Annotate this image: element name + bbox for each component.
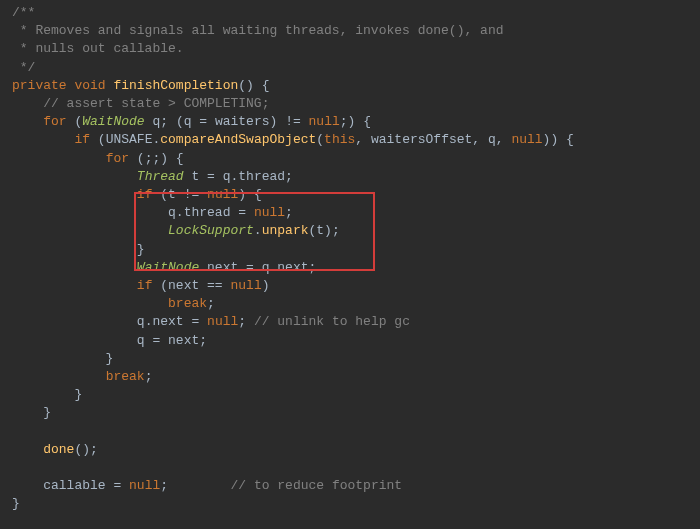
identifier: q [262,260,270,275]
comment-line: // unlink to help gc [254,314,410,329]
keyword-private: private [12,78,67,93]
identifier: q [488,132,496,147]
code-text: () [238,78,254,93]
identifier: callable [43,478,105,493]
identifier: q [152,114,160,129]
identifier: next [152,314,183,329]
code-editor-view: /** * Removes and signals all waiting th… [0,0,700,529]
identifier: q [168,205,176,220]
comment-line: * nulls out callable. [12,41,184,56]
identifier: t [191,169,199,184]
code-text: { [254,78,270,93]
keyword-for: for [106,151,129,166]
comment-line: // to reduce footprint [230,478,402,493]
identifier: next [168,333,199,348]
identifier: next [168,278,199,293]
keyword-null: null [254,205,285,220]
comment-line: /** [12,5,35,20]
keyword-if: if [137,187,153,202]
class-name: Thread [137,169,184,184]
code-text: } [12,496,20,511]
comment-line: */ [12,60,35,75]
keyword-null: null [207,187,238,202]
identifier: q [223,169,231,184]
identifier: UNSAFE [106,132,153,147]
keyword-void: void [74,78,105,93]
class-name: LockSupport [168,223,254,238]
keyword-if: if [137,278,153,293]
identifier: q [184,114,192,129]
identifier: waiters [215,114,270,129]
keyword-null: null [230,278,261,293]
operator: != [285,114,301,129]
keyword-this: this [324,132,355,147]
identifier: q [137,333,145,348]
identifier: t [168,187,176,202]
code-block: /** * Removes and signals all waiting th… [0,0,700,514]
comment-line: * Removes and signals all waiting thread… [12,23,503,38]
identifier: next [207,260,238,275]
identifier: thread [184,205,231,220]
code-text: (;;) [137,151,168,166]
keyword-null: null [129,478,160,493]
class-name: WaitNode [82,114,144,129]
operator: != [184,187,200,202]
keyword-break: break [168,296,207,311]
class-name: WaitNode [137,260,199,275]
identifier: t [316,223,324,238]
method-name: unpark [262,223,309,238]
keyword-if: if [74,132,90,147]
keyword-null: null [207,314,238,329]
method-name: done [43,442,74,457]
keyword-null: null [511,132,542,147]
identifier: q [137,314,145,329]
keyword-break: break [106,369,145,384]
method-name: finishCompletion [113,78,238,93]
comment-line: // assert state > COMPLETING; [43,96,269,111]
identifier: thread [238,169,285,184]
method-name: compareAndSwapObject [160,132,316,147]
identifier: waitersOffset [371,132,472,147]
keyword-for: for [43,114,66,129]
keyword-null: null [309,114,340,129]
identifier: next [277,260,308,275]
